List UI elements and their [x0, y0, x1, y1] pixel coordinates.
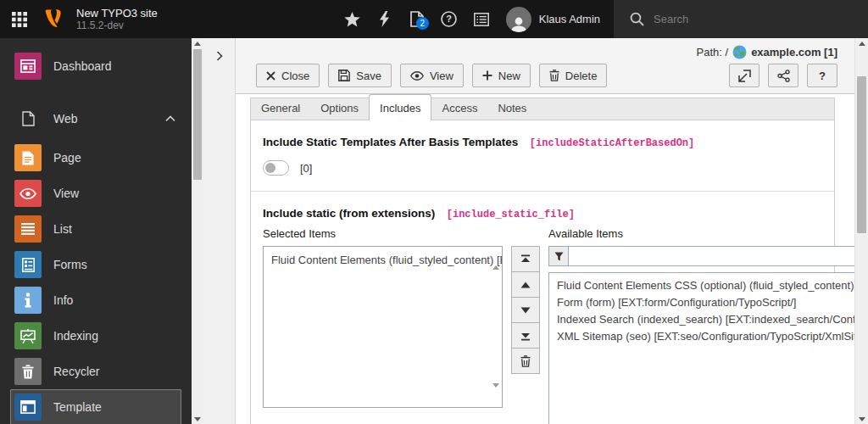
field-code: [includeStaticAfterBasedOn] [530, 137, 694, 149]
system-list-icon [474, 13, 489, 26]
item-move-controls [511, 246, 540, 424]
sidebar-item-indexing[interactable]: Indexing [10, 318, 181, 354]
tab-panel-includes: Include Static Templates After Basis Tem… [250, 120, 835, 424]
tab-notes[interactable]: Notes [487, 97, 537, 120]
sidebar-item-recycler[interactable]: Recycler [10, 354, 181, 389]
main-content: Path: / example.com [1] [236, 38, 854, 424]
toggle-switch-off[interactable] [263, 160, 289, 176]
move-down-button[interactable] [511, 297, 540, 323]
web-group-icon [14, 105, 42, 132]
sidebar-item-label: Forms [53, 258, 175, 271]
scroll-up-arrow[interactable] [192, 38, 203, 48]
sidebar-item-info[interactable]: Info [10, 282, 181, 318]
listbox-scroll-up-icon[interactable] [492, 251, 499, 266]
scrollbar-thumb[interactable] [193, 49, 202, 180]
clear-cache-button[interactable] [369, 0, 401, 38]
tab-options[interactable]: Options [310, 97, 369, 120]
star-icon [344, 12, 360, 27]
listbox-scroll-down-icon[interactable] [492, 388, 499, 403]
sidebar-item-label: Dashboard [53, 59, 175, 73]
share-button[interactable] [768, 64, 798, 87]
external-link-icon [738, 70, 751, 82]
available-item[interactable]: Fluid Content Elements CSS (optional) (f… [549, 273, 868, 294]
selected-item[interactable]: Fluid Content Elements (fluid_styled_con… [264, 247, 502, 269]
move-up-button[interactable] [511, 271, 540, 298]
user-menu-button[interactable]: Klaus Admin [498, 0, 614, 38]
tab-general[interactable]: General [251, 97, 310, 120]
main-scrollbar [854, 38, 868, 424]
available-items-listbox[interactable]: Fluid Content Elements CSS (optional) (f… [548, 272, 868, 424]
sidebar-item-label: Recycler [53, 365, 175, 378]
remove-item-button[interactable] [511, 348, 540, 374]
record-edit-form: General Options Includes Access Notes In… [236, 94, 854, 424]
delete-button[interactable]: Delete [539, 64, 608, 87]
apps-grid-icon [11, 11, 28, 28]
available-item[interactable]: XML Sitemap (seo) [EXT:seo/Configuration… [549, 328, 868, 345]
save-button[interactable]: Save [328, 64, 392, 87]
help-button-docheader[interactable]: ? [807, 64, 837, 87]
sidebar-group-web[interactable]: Web [10, 101, 181, 137]
sidebar-item-template[interactable]: Template [10, 389, 181, 424]
view-button[interactable]: View [400, 64, 464, 87]
trash-icon [14, 358, 42, 385]
opened-documents-button[interactable]: 2 [401, 0, 433, 38]
save-floppy-icon [338, 70, 350, 81]
open-in-new-window-button[interactable] [729, 64, 760, 87]
selected-items-listbox[interactable]: Fluid Content Elements (fluid_styled_con… [263, 246, 503, 408]
new-button[interactable]: New [472, 64, 531, 87]
sidebar-item-list[interactable]: List [10, 211, 181, 247]
globe-icon [732, 45, 747, 59]
scroll-down-arrow[interactable] [192, 414, 203, 424]
module-menu-scrollbar [192, 38, 203, 424]
typo3-version: 11.5.2-dev [76, 20, 158, 31]
info-icon [14, 287, 42, 314]
sidebar-item-view[interactable]: View [10, 176, 181, 211]
chevron-right-icon [216, 51, 223, 61]
sidebar-item-page[interactable]: Page [10, 140, 181, 176]
user-name: Klaus Admin [539, 13, 600, 25]
scrollbar-thumb[interactable] [857, 76, 866, 233]
search-input[interactable] [654, 13, 823, 25]
template-layout-icon [14, 393, 42, 421]
sidebar-group-label: Web [53, 112, 165, 126]
sidebar-item-label: Template [53, 400, 175, 414]
toggle-value: [0] [300, 162, 312, 175]
field-label: Include static (from extensions) [263, 207, 435, 220]
question-mark-icon: ? [819, 70, 826, 82]
page-path-target[interactable]: example.com [1] [751, 46, 837, 59]
path-label: Path: / [697, 46, 729, 59]
eye-icon [14, 180, 42, 207]
close-button[interactable]: Close [256, 64, 320, 87]
available-item[interactable]: Indexed Search (indexed_search) [EXT:ind… [549, 311, 868, 328]
topbar-search [614, 0, 868, 38]
brand[interactable]: New TYPO3 site 11.5.2-dev [38, 0, 166, 38]
search-icon [630, 12, 644, 26]
sidebar-item-label: View [53, 187, 175, 200]
page-icon [14, 144, 42, 171]
system-information-button[interactable] [465, 0, 498, 38]
form-tabs: General Options Includes Access Notes [250, 98, 835, 120]
sidebar-item-dashboard[interactable]: Dashboard [10, 48, 181, 84]
topbar: New TYPO3 site 11.5.2-dev 2 ? [0, 0, 868, 38]
move-to-bottom-button[interactable] [511, 322, 540, 349]
sidebar-item-label: Indexing [53, 329, 175, 343]
move-to-top-button[interactable] [511, 246, 540, 272]
available-items-header: Available Items [548, 227, 868, 240]
expand-navigation-button[interactable] [203, 47, 235, 65]
svg-text:?: ? [446, 14, 452, 24]
help-button[interactable]: ? [433, 0, 465, 38]
scroll-up-arrow[interactable] [855, 38, 868, 48]
available-item[interactable]: Form (form) [EXT:form/Configuration/Typo… [549, 294, 868, 311]
module-menu-toggle-button[interactable] [0, 0, 38, 38]
tab-includes[interactable]: Includes [369, 94, 431, 120]
close-icon [266, 71, 275, 81]
tab-access[interactable]: Access [431, 97, 487, 120]
available-items-filter-input[interactable] [568, 246, 868, 266]
filter-funnel-button[interactable] [548, 246, 568, 266]
scroll-down-arrow[interactable] [855, 414, 868, 424]
selected-items-header: Selected Items [263, 227, 503, 240]
help-circle-icon: ? [441, 11, 457, 27]
sidebar-item-forms[interactable]: Forms [10, 247, 181, 282]
docheader-buttons: Close Save [256, 64, 837, 87]
bookmarks-button[interactable] [337, 0, 369, 38]
